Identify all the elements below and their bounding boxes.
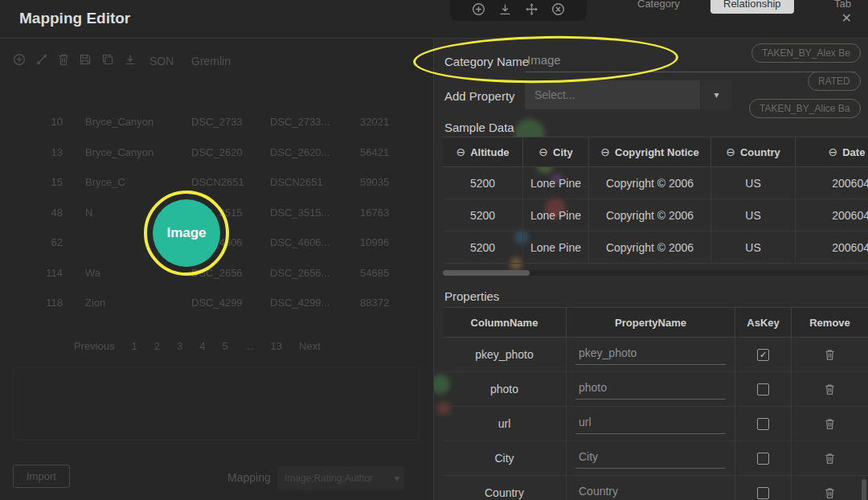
cell: US: [711, 232, 796, 263]
pagination-page[interactable]: 1: [132, 340, 137, 352]
tab-relationship[interactable]: Relationship: [710, 0, 794, 14]
cell: 56421: [360, 146, 411, 158]
close-icon[interactable]: ✕: [841, 10, 852, 26]
property-column-name: Country: [443, 476, 567, 500]
horizontal-scrollbar: [443, 270, 868, 276]
remove-column-icon[interactable]: ⊖: [600, 146, 610, 158]
modal-header: Category Relationship Tab Mapping Editor…: [0, 0, 868, 39]
properties-header-row: ColumnName PropertyName AsKey Remove: [443, 307, 868, 338]
delete-icon[interactable]: [58, 53, 69, 66]
cell: 13: [32, 146, 63, 158]
remove-column-icon[interactable]: ⊖: [538, 146, 548, 158]
mapping-select[interactable]: Image;Rating;Author ▾: [277, 466, 404, 490]
download-icon[interactable]: [498, 2, 512, 17]
sample-data-title: Sample Data: [444, 121, 514, 134]
pagination-previous[interactable]: Previous: [74, 340, 115, 352]
property-row: photo ✓: [443, 372, 868, 407]
askey-checkbox[interactable]: ✓: [757, 453, 769, 465]
column-label: City: [553, 146, 573, 158]
delete-property-button[interactable]: [825, 349, 835, 361]
property-name-input[interactable]: [575, 449, 726, 469]
highlight-ring: Image: [144, 191, 229, 276]
query-language-fragment: SON: [149, 55, 174, 68]
column-label: Copyright Notice: [615, 146, 699, 158]
cell: 48: [32, 207, 63, 219]
add-circle-icon[interactable]: [472, 2, 485, 17]
pagination-page[interactable]: 5: [223, 340, 228, 352]
column-label: Altitude: [470, 146, 509, 158]
table-row: 118ZionDSC_4299DSC_4299...88372: [32, 288, 411, 318]
remove-column-icon[interactable]: ⊖: [726, 146, 735, 158]
move-icon[interactable]: [525, 2, 538, 17]
cell: Lone Pine: [523, 199, 589, 231]
add-icon[interactable]: [13, 53, 26, 66]
cell: Copyright © 2006: [589, 199, 711, 231]
cell: Wa: [85, 267, 169, 279]
sample-column-header: ⊖ Date Cr: [796, 137, 868, 166]
pagination-page[interactable]: 3: [177, 340, 182, 352]
property-column-name: photo: [443, 372, 567, 406]
property-name-input[interactable]: [575, 345, 726, 365]
property-name-input[interactable]: [575, 483, 726, 500]
save-icon[interactable]: [79, 53, 92, 66]
cell: DSCN2651: [191, 176, 248, 188]
add-property-select[interactable]: Select... ▾: [525, 80, 732, 109]
tab-fragment[interactable]: Tab: [834, 0, 851, 10]
relationship-pill[interactable]: TAKEN_BY_Alice Ba: [749, 99, 861, 118]
sample-column-header: ⊖ Copyright Notice: [589, 137, 711, 166]
vertical-scrollbar-thumb[interactable]: [862, 479, 866, 500]
copy-icon[interactable]: [101, 53, 114, 66]
property-name-input[interactable]: [575, 414, 726, 434]
cell: Copyright © 2006: [589, 167, 711, 199]
pagination-page[interactable]: 2: [154, 340, 160, 352]
category-name-input[interactable]: [526, 48, 855, 72]
pagination-page[interactable]: 4: [199, 340, 205, 352]
property-column-name: url: [443, 407, 567, 441]
askey-checkbox[interactable]: ✓: [757, 349, 769, 361]
cell: 10996: [360, 236, 411, 248]
askey-checkbox[interactable]: ✓: [757, 418, 769, 430]
cell: 15: [32, 176, 63, 188]
column-header: PropertyName: [567, 308, 735, 337]
cell: DSC_2620...: [270, 146, 338, 158]
sample-column-header: ⊖ Altitude: [443, 137, 523, 166]
cell: DSC_2733: [191, 116, 248, 128]
pagination-next[interactable]: Next: [299, 340, 321, 352]
cell: DSC_2620: [191, 146, 248, 158]
image-category-node[interactable]: Image: [153, 199, 220, 267]
cell: US: [711, 167, 796, 199]
background-graph-toolbar: [450, 0, 587, 21]
delete-property-button[interactable]: [825, 453, 835, 465]
close-circle-icon[interactable]: [551, 2, 565, 17]
cell: 5200: [443, 167, 523, 199]
property-name-input[interactable]: [575, 379, 726, 400]
edit-icon[interactable]: [35, 53, 48, 66]
tab-category[interactable]: Category: [637, 0, 680, 10]
add-property-label: Add Property: [444, 89, 515, 103]
sample-row: 5200 Lone Pine Copyright © 2006 US 20060…: [443, 232, 868, 264]
property-column-name: City: [443, 441, 567, 475]
cell: DSCN2651: [270, 176, 338, 188]
property-row: url ✓: [443, 407, 868, 441]
delete-property-button[interactable]: [825, 418, 835, 430]
delete-property-button[interactable]: [825, 383, 835, 395]
askey-checkbox[interactable]: ✓: [757, 383, 769, 395]
remove-column-icon[interactable]: ⊖: [456, 146, 465, 158]
query-language-gremlin: Gremlin: [191, 55, 231, 68]
delete-property-button[interactable]: [825, 487, 835, 499]
download-icon[interactable]: [124, 53, 137, 66]
remove-column-icon[interactable]: ⊖: [829, 146, 838, 158]
cell: US: [711, 199, 796, 231]
drop-area: [13, 367, 420, 441]
askey-checkbox[interactable]: ✓: [757, 487, 769, 499]
relationship-pill[interactable]: RATED: [808, 72, 861, 91]
pagination-page[interactable]: 13: [271, 340, 282, 352]
chevron-down-icon: ▾: [395, 473, 399, 484]
import-button[interactable]: Import: [13, 465, 70, 488]
horizontal-scrollbar-thumb[interactable]: [443, 270, 530, 276]
property-row: City ✓: [443, 441, 868, 476]
dimmed-content: SON Gremlin 10Bryce_CanyonDSC_2733DSC_27…: [0, 39, 433, 500]
column-label: Country: [740, 146, 780, 158]
cell: 118: [32, 297, 63, 309]
cell: Lone Pine: [523, 232, 589, 263]
